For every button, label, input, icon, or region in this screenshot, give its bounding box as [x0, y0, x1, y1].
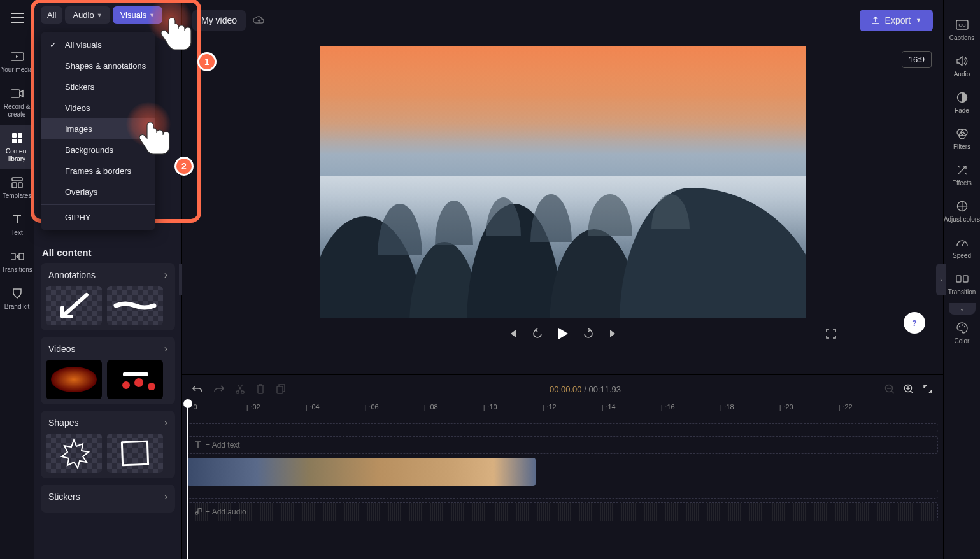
tab-audio[interactable]: Audio ▼: [65, 6, 110, 24]
svg-point-16: [236, 391, 239, 393]
svg-point-13: [134, 378, 143, 387]
aspect-ratio-badge[interactable]: 16:9: [902, 51, 932, 68]
main-area: My video Export ▼ 16:9: [182, 0, 943, 559]
upload-icon: [871, 16, 880, 25]
play-button[interactable]: [557, 327, 569, 340]
section-header-videos[interactable]: Videos ›: [46, 342, 170, 360]
player-controls: [182, 318, 943, 346]
fade-icon: [955, 90, 969, 104]
cloud-sync-icon[interactable]: [252, 15, 265, 25]
video-thumb-1[interactable]: [46, 360, 102, 399]
tab-visuals[interactable]: Visuals ▼: [113, 6, 163, 24]
section-header-stickers[interactable]: Stickers ›: [46, 490, 170, 507]
export-button[interactable]: Export ▼: [860, 10, 933, 31]
tick: :04: [306, 403, 365, 421]
dropdown-videos[interactable]: Videos: [41, 97, 155, 118]
dropdown-images[interactable]: Images: [41, 118, 155, 139]
video-preview[interactable]: [320, 46, 806, 318]
waveform: [188, 503, 937, 521]
shape-thumb-burst[interactable]: [46, 434, 102, 473]
rail-record-create[interactable]: Record & create: [0, 80, 34, 125]
rr-audio[interactable]: Audio: [944, 48, 981, 84]
section-header-shapes[interactable]: Shapes ›: [46, 416, 170, 434]
dropdown-overlays[interactable]: Overlays: [41, 181, 155, 202]
music-icon: [194, 508, 202, 516]
hamburger-menu[interactable]: [4, 5, 30, 31]
zoom-out-button[interactable]: [884, 384, 895, 394]
skip-start-button[interactable]: [508, 329, 518, 339]
tab-all[interactable]: All: [41, 6, 62, 24]
duplicate-button[interactable]: [276, 384, 286, 394]
split-button[interactable]: [236, 384, 245, 394]
svg-rect-7: [12, 183, 17, 188]
rr-expand[interactable]: ⌄: [949, 303, 976, 315]
rail-text[interactable]: Text: [0, 206, 34, 243]
tick: :22: [839, 403, 898, 421]
skip-end-button[interactable]: [608, 329, 618, 339]
annotation-thumb-arrow[interactable]: [46, 286, 102, 325]
content-scroll[interactable]: All content Annotations › Videos: [34, 236, 181, 559]
playhead[interactable]: [187, 402, 188, 559]
rail-your-media[interactable]: Your media: [0, 43, 34, 80]
tab-label: Visuals: [120, 10, 147, 20]
timeline-ruler[interactable]: :0 :02 :04 :06 :08 :10 :12 :14 :16 :18 :…: [182, 403, 943, 421]
undo-button[interactable]: [192, 385, 202, 393]
audio-track-label: + Add audio: [188, 507, 246, 516]
dropdown-frames-borders[interactable]: Frames & borders: [41, 160, 155, 181]
rr-adjust-colors[interactable]: Adjust colors: [944, 193, 981, 229]
rr-effects[interactable]: Effects: [944, 157, 981, 193]
annotation-thumb-brush[interactable]: [107, 286, 163, 325]
svg-rect-29: [963, 276, 968, 282]
rr-captions[interactable]: CCCaptions: [944, 11, 981, 48]
rail-content-library[interactable]: Content library: [0, 125, 34, 169]
video-thumb-2[interactable]: [107, 360, 163, 399]
section-videos: Videos ›: [41, 337, 175, 404]
content-tabs: All Audio ▼ Visuals ▼: [34, 0, 181, 24]
forward-button[interactable]: [583, 328, 594, 339]
zoom-fit-button[interactable]: [923, 384, 933, 394]
text-track[interactable]: + Add text: [187, 436, 938, 454]
section-shapes: Shapes ›: [41, 411, 175, 478]
tick: :20: [779, 403, 839, 421]
dropdown-stickers[interactable]: Stickers: [41, 76, 155, 97]
rr-transition[interactable]: Transition: [944, 265, 981, 302]
rr-fade[interactable]: Fade: [944, 84, 981, 120]
dropdown-shapes-annotations[interactable]: Shapes & annotations: [41, 55, 155, 76]
rr-filters[interactable]: Filters: [944, 120, 981, 157]
shape-thumb-frame[interactable]: [107, 434, 163, 473]
video-clip[interactable]: [187, 458, 536, 486]
left-rail: Your media Record & create Content libra…: [0, 0, 34, 559]
chevron-down-icon: ▼: [916, 17, 921, 24]
timeline: 00:00.00 / 00:11.93 :0 :02 :04 :06 :08 :…: [182, 374, 943, 559]
redo-button[interactable]: [214, 385, 224, 393]
rr-speed[interactable]: Speed: [944, 229, 981, 265]
timeline-time: 00:00.00 / 00:11.93: [297, 385, 873, 394]
svg-point-30: [958, 326, 960, 327]
svg-rect-10: [19, 253, 24, 260]
zoom-in-button[interactable]: [904, 384, 914, 394]
total-time: 00:11.93: [588, 385, 621, 394]
rail-brand-kit[interactable]: Brand kit: [0, 280, 34, 317]
rail-transitions[interactable]: Transitions: [0, 243, 34, 280]
video-track[interactable]: [187, 458, 938, 486]
rr-color[interactable]: Color: [944, 315, 981, 351]
rail-templates[interactable]: Templates: [0, 169, 34, 206]
text-track-label: + Add text: [188, 441, 240, 449]
right-rail: › CCCaptions Audio Fade Filters Effects …: [943, 0, 980, 559]
tick: :06: [365, 403, 424, 421]
track-spacer[interactable]: [187, 423, 938, 432]
audio-track[interactable]: + Add audio: [187, 502, 938, 521]
transition-icon: [955, 272, 969, 286]
dropdown-all-visuals[interactable]: All visuals: [41, 34, 155, 55]
dropdown-giphy[interactable]: GIPHY: [41, 207, 155, 228]
delete-button[interactable]: [256, 384, 265, 394]
track-spacer[interactable]: [187, 490, 938, 499]
project-name-field[interactable]: My video: [192, 10, 246, 31]
rail-label: Content library: [0, 148, 34, 163]
fullscreen-button[interactable]: [826, 329, 836, 339]
dropdown-backgrounds[interactable]: Backgrounds: [41, 139, 155, 160]
section-header-annotations[interactable]: Annotations ›: [46, 268, 170, 286]
svg-rect-8: [18, 183, 22, 188]
rewind-button[interactable]: [532, 328, 543, 339]
right-panel-collapse[interactable]: ›: [936, 264, 946, 295]
